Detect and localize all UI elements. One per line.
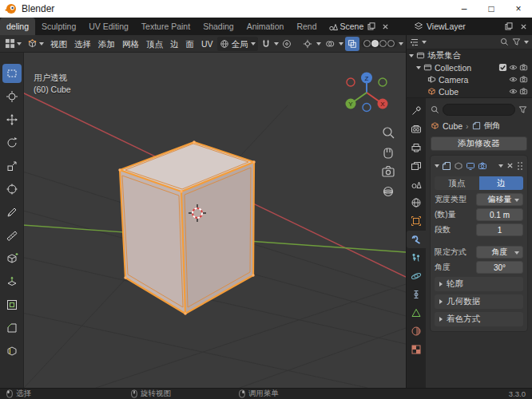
tab-view-layer[interactable] [407,157,426,175]
filter-icon[interactable] [518,105,527,114]
tool-add-cube[interactable] [2,249,22,268]
show-overlays-icon[interactable] [323,37,337,51]
editor-type-button[interactable] [2,37,24,51]
snap-magnet-icon[interactable] [259,37,273,51]
exclude-checkbox-icon[interactable] [498,63,507,72]
minimize-button[interactable]: – [451,0,478,18]
chevron-down-icon[interactable] [422,41,427,44]
amount-field[interactable]: 0.1 m [476,208,523,221]
viewlayer-copy-icon[interactable] [503,21,514,32]
cube-object[interactable] [118,140,255,314]
disable-render-icon[interactable] [519,87,528,96]
tool-scale[interactable] [2,156,22,176]
camera-view-icon[interactable] [383,167,394,177]
disclosure-icon[interactable] [409,54,414,57]
menu-mesh[interactable]: 网格 [119,37,142,51]
delete-modifier-icon[interactable] [506,162,514,169]
tab-tool[interactable] [407,102,426,120]
tool-cursor-3d[interactable] [2,87,22,106]
workspace-tab-sculpting[interactable]: Sculpting [35,18,82,35]
render-toggle-icon[interactable] [478,161,487,171]
drag-handle-icon[interactable] [517,161,523,171]
tab-object-data[interactable] [407,304,426,322]
filter-icon[interactable] [512,38,521,46]
workspace-tab-rendering[interactable]: Rend [290,18,323,35]
chevron-down-icon[interactable] [274,42,279,45]
affect-edges-button[interactable]: 边 [479,176,524,190]
gizmo-x-neg-axis[interactable] [347,78,355,86]
disable-render-icon[interactable] [519,63,528,72]
menu-view[interactable]: 视图 [47,37,70,51]
chevron-down-icon[interactable] [399,42,403,45]
chevron-down-icon[interactable] [339,42,343,45]
outliner-row-scene-collection[interactable]: 场景集合 [407,49,532,61]
menu-face[interactable]: 面 [183,37,198,51]
search-icon[interactable] [431,105,439,114]
zoom-view-icon[interactable] [383,128,394,138]
hide-eye-icon[interactable] [509,87,518,96]
shading-wireframe-icon[interactable] [363,40,371,47]
tab-scene[interactable] [407,176,426,193]
affect-vertices-button[interactable]: 顶点 [435,176,479,190]
gizmo-z-neg-axis[interactable] [363,104,371,112]
add-modifier-button[interactable]: 添加修改器 [431,136,527,151]
workspace-tab-modeling[interactable]: deling [0,18,35,35]
tab-world[interactable] [407,194,426,211]
workspace-tab-texture-paint[interactable]: Texture Paint [135,18,197,35]
tab-modifiers[interactable] [407,231,426,248]
tool-rotate[interactable] [2,133,22,152]
limit-method-dropdown[interactable]: 角度 [476,246,523,259]
angle-field[interactable]: 30° [476,261,523,274]
viewlayer-remove-icon[interactable] [518,21,529,32]
tab-physics[interactable] [407,267,426,285]
navigation-gizmo[interactable]: Z X Y [346,73,388,112]
tab-output[interactable] [407,139,426,156]
tool-bevel[interactable] [2,318,22,338]
width-type-dropdown[interactable]: 偏移量 [476,193,523,206]
menu-add[interactable]: 添加 [95,37,118,51]
chevron-down-icon[interactable] [316,42,321,45]
tool-box-select[interactable] [2,64,22,83]
workspace-tab-uv-editing[interactable]: UV Editing [82,18,135,35]
menu-select[interactable]: 选择 [71,37,94,51]
outliner-row-cube[interactable]: Cube [407,85,532,97]
modifier-extras-icon[interactable] [498,164,503,168]
pan-hand-icon[interactable] [384,148,392,158]
expand-icon[interactable] [435,164,439,168]
shading-solid-icon[interactable] [371,40,379,47]
section-shading[interactable]: 着色方式 [435,312,523,326]
tab-render[interactable] [407,120,426,138]
tool-transform[interactable] [2,180,22,199]
menu-uv[interactable]: UV [198,37,216,51]
disclosure-icon[interactable] [416,66,421,69]
scene-selector[interactable]: Scene [328,21,391,32]
search-icon[interactable] [500,38,509,46]
chevron-down-icon[interactable] [524,41,529,44]
viewlayer-selector[interactable]: ViewLayer [411,18,532,35]
tool-inset-faces[interactable] [2,295,22,314]
orientation-dropdown[interactable]: 全局 [217,37,258,51]
hide-eye-icon[interactable] [509,63,518,72]
workspace-tab-animation[interactable]: Animation [240,18,291,35]
realtime-display-toggle-icon[interactable] [466,161,475,171]
tool-extrude-region[interactable] [2,272,22,291]
scene-new-icon[interactable] [366,21,377,32]
menu-vertex[interactable]: 顶点 [143,37,166,51]
disable-render-icon[interactable] [519,75,528,84]
menu-edge[interactable]: 边 [167,37,182,51]
tool-loop-cut[interactable] [2,342,22,361]
outliner-editor-icon[interactable] [410,38,419,47]
section-geometry[interactable]: 几何数据 [435,294,523,309]
scene-unlink-icon[interactable] [379,21,391,32]
perspective-toggle-icon[interactable] [384,188,393,196]
properties-search-input[interactable] [443,104,515,116]
segments-field[interactable]: 1 [476,223,523,236]
maximize-button[interactable]: □ [478,0,505,18]
outliner-row-collection[interactable]: Collection [407,61,532,73]
shading-material-icon[interactable] [379,40,387,47]
outliner-row-camera[interactable]: Camera [407,73,532,85]
close-button[interactable]: × [505,0,532,18]
shading-rendered-icon[interactable] [387,40,395,47]
viewport-3d[interactable]: Z X Y [0,53,406,388]
section-profile[interactable]: 轮廓 [435,277,523,291]
